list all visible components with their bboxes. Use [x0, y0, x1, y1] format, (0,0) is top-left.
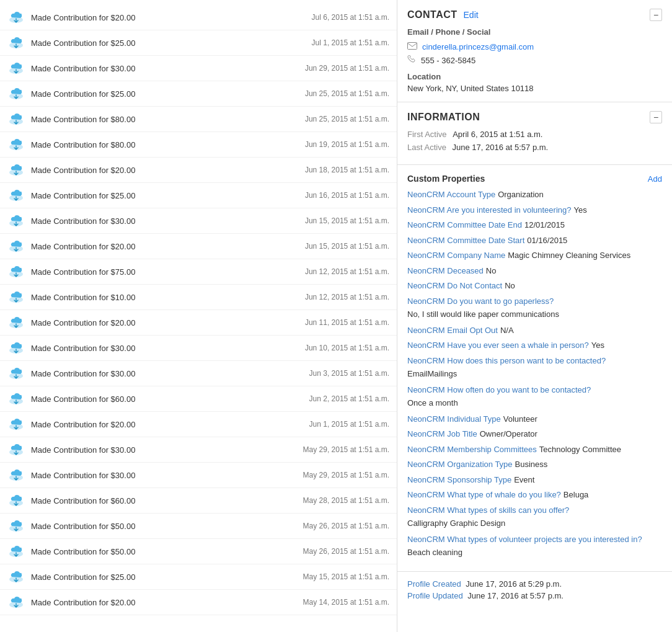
property-row: NeonCRM Account TypeOrganization: [407, 189, 662, 201]
property-label: NeonCRM Do you want to go paperless?: [407, 296, 554, 306]
activity-date: Jul 1, 2015 at 1:51 a.m.: [312, 38, 389, 47]
information-collapse-btn[interactable]: −: [650, 111, 662, 123]
svg-rect-24: [408, 43, 417, 50]
property-value: 12/01/2015: [524, 220, 565, 229]
activity-row: Made Contribution for $80.00Jun 19, 2015…: [0, 132, 397, 158]
property-value: Organization: [498, 190, 544, 199]
email-value[interactable]: cinderella.princezs@gmail.com: [422, 42, 534, 51]
activity-row: Made Contribution for $25.00Jul 1, 2015 …: [0, 30, 397, 56]
property-row: NeonCRM Sponsorship TypeEvent: [407, 474, 662, 486]
activity-text: Made Contribution for $60.00: [31, 496, 293, 505]
property-row: NeonCRM Membership CommitteesTechnology …: [407, 443, 662, 456]
activity-row: Made Contribution for $30.00May 29, 2015…: [0, 437, 397, 463]
activity-row: Made Contribution for $25.00Jun 25, 2015…: [0, 81, 397, 107]
property-label: NeonCRM Individual Type: [407, 414, 501, 424]
property-label: NeonCRM Deceased: [407, 266, 484, 275]
property-label: NeonCRM Sponsorship Type: [407, 475, 511, 484]
activity-date: Jun 19, 2015 at 1:51 a.m.: [305, 140, 389, 149]
activity-date: May 29, 2015 at 1:51 a.m.: [303, 445, 389, 454]
contribution-icon: [7, 288, 25, 306]
property-label: NeonCRM What type of whale do you like?: [407, 490, 561, 499]
activity-date: Jun 12, 2015 at 1:51 a.m.: [305, 267, 389, 276]
property-label: NeonCRM How does this person want to be …: [407, 356, 606, 365]
contribution-icon: [7, 136, 25, 153]
activity-date: Jun 18, 2015 at 1:51 a.m.: [305, 166, 389, 174]
activity-date: Jul 6, 2015 at 1:51 a.m.: [312, 13, 389, 22]
add-property-btn[interactable]: Add: [648, 174, 662, 184]
activity-text: Made Contribution for $25.00: [31, 191, 295, 200]
activity-row: Made Contribution for $30.00Jun 3, 2015 …: [0, 361, 397, 386]
property-value: Beach cleaning: [407, 546, 662, 559]
profile-updated-label: Profile Updated: [407, 591, 463, 600]
contribution-icon: [7, 161, 25, 179]
contribution-icon: [7, 314, 25, 331]
contact-collapse-btn[interactable]: −: [650, 9, 662, 21]
location-value: New York, NY, United States 10118: [407, 84, 662, 93]
activity-date: May 28, 2015 at 1:51 a.m.: [303, 496, 389, 505]
contribution-icon: [7, 187, 25, 204]
contribution-icon: [7, 441, 25, 458]
edit-contact-link[interactable]: Edit: [464, 10, 479, 20]
activity-row: Made Contribution for $20.00Jun 1, 2015 …: [0, 412, 397, 437]
activity-text: Made Contribution for $50.00: [31, 522, 293, 531]
contribution-icon: [7, 60, 25, 77]
property-label: NeonCRM Committee Date End: [407, 220, 522, 229]
activity-text: Made Contribution for $25.00: [31, 572, 293, 582]
activity-text: Made Contribution for $50.00: [31, 547, 293, 556]
contribution-icon: [7, 390, 25, 407]
property-row: NeonCRM What types of skills can you off…: [407, 504, 662, 530]
profile-updated-value: June 17, 2016 at 5:57 p.m.: [467, 591, 564, 600]
custom-properties-list: NeonCRM Account TypeOrganizationNeonCRM …: [407, 189, 662, 559]
contact-section: CONTACT Edit − Email / Phone / Social ci…: [397, 0, 672, 102]
contribution-icon: [7, 466, 25, 484]
activity-text: Made Contribution for $20.00: [31, 318, 295, 327]
activity-date: Jun 15, 2015 at 1:51 a.m.: [305, 216, 389, 225]
contribution-icon: [7, 212, 25, 229]
activity-date: Jun 15, 2015 at 1:51 a.m.: [305, 242, 389, 251]
activity-row: Made Contribution for $30.00Jun 10, 2015…: [0, 336, 397, 361]
property-value: Once a month: [407, 397, 662, 409]
activity-text: Made Contribution for $30.00: [31, 369, 299, 378]
activity-text: Made Contribution for $30.00: [31, 344, 295, 353]
activity-row: Made Contribution for $10.00Jun 12, 2015…: [0, 285, 397, 310]
property-row: NeonCRM Organization TypeBusiness: [407, 458, 662, 471]
contribution-icon: [7, 110, 25, 128]
activity-text: Made Contribution for $20.00: [31, 13, 302, 22]
property-value: Yes: [573, 205, 586, 215]
property-label: NeonCRM How often do you want to be cont…: [407, 385, 591, 394]
property-value: N/A: [500, 326, 514, 335]
property-label: NeonCRM Are you interested in volunteeri…: [407, 205, 571, 215]
property-label: NeonCRM What types of volunteer projects…: [407, 535, 642, 544]
activity-row: Made Contribution for $30.00Jun 29, 2015…: [0, 56, 397, 81]
activity-date: May 15, 2015 at 1:51 a.m.: [303, 572, 389, 581]
profile-created-label: Profile Created: [407, 579, 461, 589]
property-row: NeonCRM Have you ever seen a whale in pe…: [407, 339, 662, 352]
activity-text: Made Contribution for $30.00: [31, 445, 293, 455]
activity-text: Made Contribution for $20.00: [31, 166, 295, 175]
activity-row: Made Contribution for $20.00Jun 18, 2015…: [0, 158, 397, 183]
property-value: Yes: [591, 340, 604, 350]
activity-text: Made Contribution for $75.00: [31, 267, 295, 277]
custom-properties-section: Custom Properties Add NeonCRM Account Ty…: [397, 165, 672, 572]
property-label: NeonCRM Company Name: [407, 251, 505, 260]
contribution-icon: [7, 85, 25, 102]
activity-row: Made Contribution for $20.00Jun 15, 2015…: [0, 234, 397, 259]
activity-text: Made Contribution for $25.00: [31, 89, 295, 99]
property-value: Volunteer: [503, 414, 537, 424]
property-row: NeonCRM Do Not ContactNo: [407, 280, 662, 292]
activity-date: Jun 3, 2015 at 1:51 a.m.: [309, 369, 389, 378]
activity-text: Made Contribution for $30.00: [31, 471, 293, 480]
property-row: NeonCRM Committee Date Start01/16/2015: [407, 234, 662, 247]
profile-created-value: June 17, 2016 at 5:29 p.m.: [466, 579, 562, 589]
activity-text: Made Contribution for $80.00: [31, 140, 295, 149]
activity-date: May 14, 2015 at 1:51 a.m.: [303, 598, 389, 607]
phone-value: 555 - 362-5845: [421, 56, 475, 65]
activity-date: Jun 2, 2015 at 1:51 a.m.: [309, 394, 389, 403]
contribution-icon: [7, 543, 25, 560]
contribution-icon: [7, 416, 25, 433]
contact-title: CONTACT: [407, 9, 458, 20]
contribution-icon: [7, 339, 25, 357]
contribution-icon: [7, 492, 25, 509]
activity-text: Made Contribution for $20.00: [31, 598, 293, 607]
property-label: NeonCRM Membership Committees: [407, 445, 537, 454]
